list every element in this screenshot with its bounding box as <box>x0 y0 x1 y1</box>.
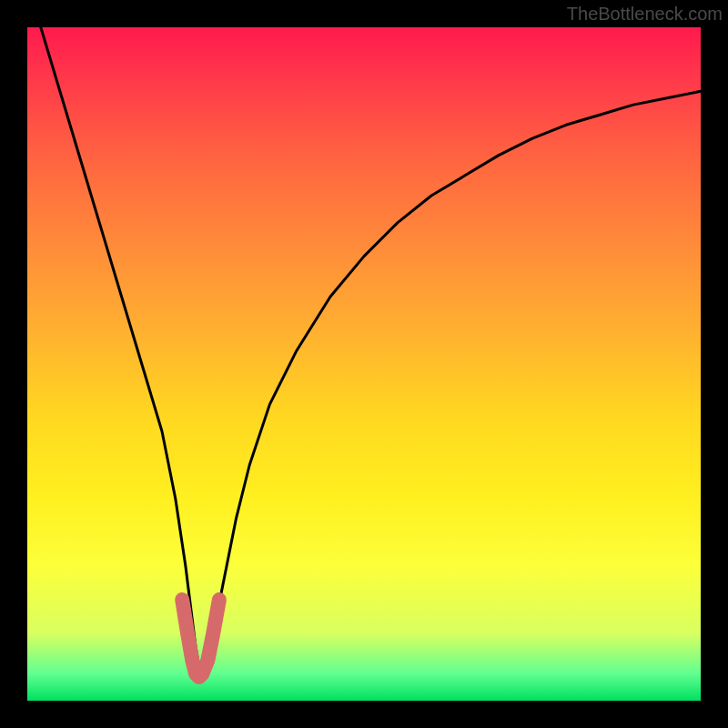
plot-svg <box>27 27 701 701</box>
series-minimum-highlight <box>182 600 219 677</box>
chart-area <box>27 27 701 701</box>
series-curve-black <box>41 27 701 667</box>
attribution-text: TheBottleneck.com <box>567 4 723 25</box>
